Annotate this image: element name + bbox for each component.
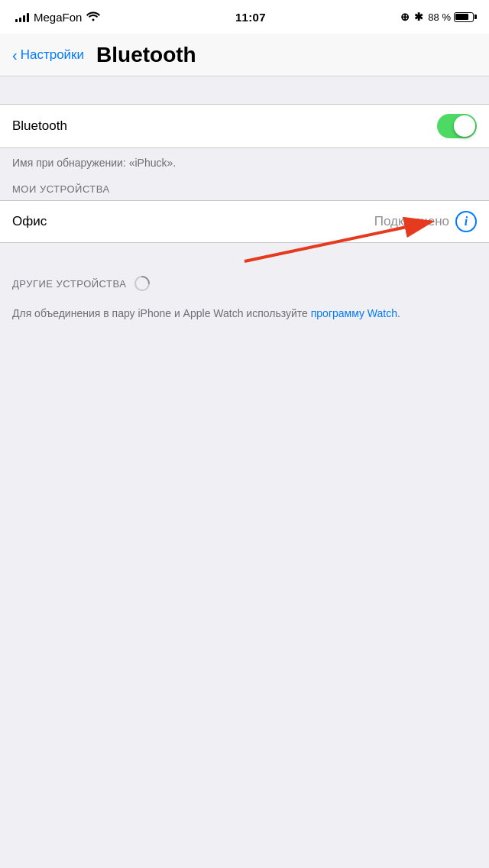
status-right: ⊕ ✱ 88 % [400,11,474,23]
device-status-text: Подключено [374,214,449,229]
signal-bar-3 [23,15,25,22]
info-text-section: Для объединения в пару iPhone и Apple Wa… [0,296,489,334]
other-section-header-row: ДРУГИЕ УСТРОЙСТВА [12,275,477,292]
battery-fill [455,14,468,20]
battery-icon [454,12,474,22]
bluetooth-section: Bluetooth [0,104,489,148]
watch-app-link[interactable]: программу Watch [311,307,397,319]
battery-container: 88 % [428,11,474,23]
page-title: Bluetooth [96,43,196,67]
office-device-row: Офис Подключено i [0,200,489,243]
bluetooth-status-icon: ✱ [414,11,423,23]
signal-bar-1 [15,19,18,22]
other-devices-header-label: ДРУГИЕ УСТРОЙСТВА [12,278,126,290]
my-devices-header-section: МОИ УСТРОЙСТВА [0,176,489,200]
signal-bars [15,11,29,22]
main-content: MegaFon 11:07 ⊕ ✱ 88 % ‹ Н [0,0,489,640]
watch-info-text: Для объединения в пару iPhone и Apple Wa… [12,306,477,322]
device-info-button[interactable]: i [455,211,477,232]
info-text-plain: Для объединения в пару iPhone и Apple Wa… [12,307,311,319]
signal-bar-4 [27,13,29,22]
battery-percent: 88 % [428,11,451,23]
location-icon: ⊕ [400,11,410,23]
toggle-knob [454,115,475,137]
loading-spinner [134,275,151,292]
status-left: MegaFon [15,11,100,24]
other-section-header: ДРУГИЕ УСТРОЙСТВА [0,275,489,296]
wifi-icon [86,11,100,24]
carrier-label: MegaFon [34,11,82,24]
back-label: Настройки [21,47,84,63]
signal-bar-2 [19,18,21,22]
back-button[interactable]: ‹ Настройки [12,47,84,63]
my-devices-header-label: МОИ УСТРОЙСТВА [12,183,110,195]
other-devices-header-section: ДРУГИЕ УСТРОЙСТВА [0,258,489,296]
info-icon: i [465,215,468,228]
device-status-area: Подключено i [374,211,477,232]
discovery-text: Имя при обнаружении: «iPhuck». [12,157,176,169]
status-bar: MegaFon 11:07 ⊕ ✱ 88 % [0,0,489,34]
status-time: 11:07 [235,11,266,24]
bottom-fill [0,334,489,640]
bluetooth-label: Bluetooth [12,118,67,134]
device-section-wrapper: Офис Подключено i [0,200,489,243]
bluetooth-row: Bluetooth [0,105,489,147]
back-chevron-icon: ‹ [12,47,18,63]
info-text-end: . [397,307,400,319]
device-name: Офис [12,214,47,229]
nav-bar: ‹ Настройки Bluetooth [0,34,489,76]
top-spacer [0,76,489,104]
bluetooth-toggle[interactable] [437,114,477,138]
mid-spacer [0,243,489,258]
discovery-section: Имя при обнаружении: «iPhuck». [0,148,489,176]
